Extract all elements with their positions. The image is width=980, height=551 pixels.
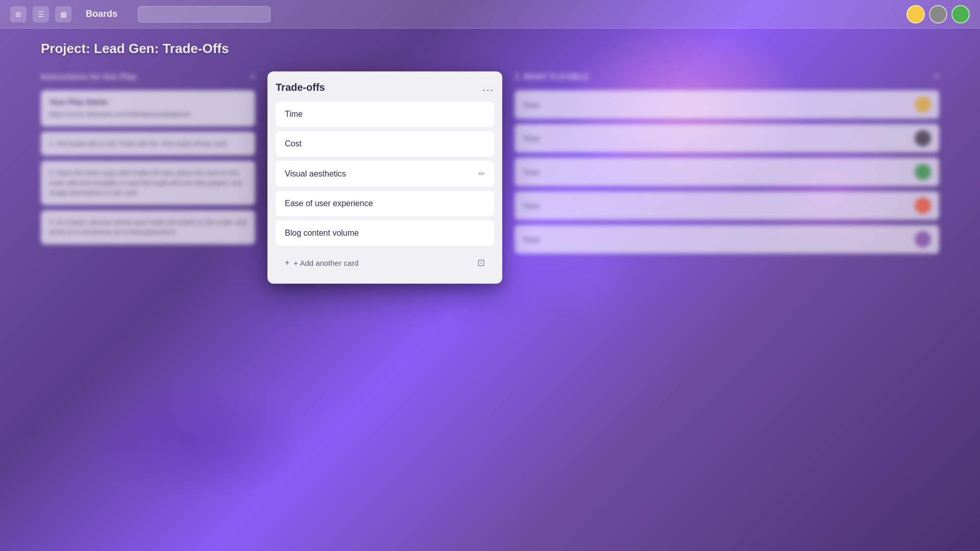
tradeoff-card-visual-aesthetics-label: Visual aesthetics bbox=[285, 169, 346, 179]
right-avatar-1 bbox=[915, 96, 931, 113]
right-card-4: Time bbox=[514, 191, 939, 220]
right-card-4-text: Time bbox=[523, 202, 540, 210]
instruction-card-4-body: 3. As a team, discuss where each trade-o… bbox=[49, 217, 247, 237]
app-title: Boards bbox=[86, 9, 117, 19]
column-right-menu-icon: ≡ bbox=[934, 71, 939, 82]
tradeoff-card-cost[interactable]: Cost bbox=[276, 131, 494, 157]
column-instructions-menu-icon: ≡ bbox=[250, 71, 255, 82]
tradeoffs-panel-title: Trade-offs bbox=[276, 82, 325, 93]
avatar-3[interactable] bbox=[951, 5, 970, 23]
column-right-title: 1. WHAT FLEXIBLE bbox=[514, 72, 589, 82]
column-instructions-title: Instructions for this Play bbox=[41, 72, 137, 82]
search-input[interactable] bbox=[138, 6, 271, 22]
right-card-5: Time bbox=[514, 225, 939, 254]
right-card-2: Time bbox=[514, 124, 939, 153]
add-card-text-label: + Add another card bbox=[293, 259, 358, 267]
instruction-card-3: 2. Have the team copy each trade-off car… bbox=[41, 161, 255, 205]
tradeoff-card-ease-of-ux-label: Ease of user experience bbox=[285, 199, 373, 208]
right-avatar-4 bbox=[915, 197, 931, 214]
avatar-1[interactable] bbox=[906, 5, 925, 23]
topbar-right bbox=[906, 5, 970, 23]
tradeoffs-panel: Trade-offs ... Time Cost Visual aestheti… bbox=[267, 71, 502, 284]
column-instructions: Instructions for this Play ≡ Your Play S… bbox=[41, 71, 255, 551]
tradeoff-card-blog-content-label: Blog content volume bbox=[285, 229, 359, 238]
menu-icon[interactable]: ☰ bbox=[33, 6, 49, 22]
boards-icon[interactable]: ▦ bbox=[55, 6, 71, 22]
tradeoff-card-cost-label: Cost bbox=[285, 139, 302, 148]
board: Instructions for this Play ≡ Your Play S… bbox=[0, 71, 980, 551]
column-instructions-header: Instructions for this Play ≡ bbox=[41, 71, 255, 82]
right-card-3-text: Time bbox=[523, 168, 540, 177]
tradeoff-card-time-label: Time bbox=[285, 110, 303, 119]
column-right-header: 1. WHAT FLEXIBLE ≡ bbox=[514, 71, 939, 82]
right-avatar-5 bbox=[915, 231, 931, 247]
template-icon: ⊡ bbox=[477, 257, 485, 268]
avatar-2[interactable] bbox=[929, 5, 947, 23]
instruction-card-1: Your Play Starts https://mure.atlassian.… bbox=[41, 90, 255, 127]
right-card-3: Time bbox=[514, 158, 939, 186]
tradeoff-card-time[interactable]: Time bbox=[276, 102, 494, 127]
tradeoffs-panel-menu-button[interactable]: ... bbox=[482, 82, 494, 93]
page-title-area: Project: Lead Gen: Trade-Offs bbox=[41, 41, 229, 57]
column-tradeoffs: Trade-offs ... Time Cost Visual aestheti… bbox=[267, 71, 502, 551]
topbar-nav-icons: ⊞ ☰ ▦ Boards bbox=[10, 6, 117, 22]
instruction-card-3-body: 2. Have the team copy each trade-off car… bbox=[49, 168, 247, 198]
topbar: ⊞ ☰ ▦ Boards bbox=[0, 0, 980, 29]
right-card-2-text: Time bbox=[523, 134, 540, 143]
tradeoff-card-ease-of-ux[interactable]: Ease of user experience bbox=[276, 191, 494, 216]
add-icon: + bbox=[285, 258, 289, 267]
instruction-card-1-body: https://mure.atlassian.com/wiki/spaces/p… bbox=[49, 109, 247, 119]
edit-icon: ✏ bbox=[478, 169, 485, 179]
instruction-card-2: 1. Add trade-offs to the Trade-offs list… bbox=[41, 132, 255, 156]
page-title: Project: Lead Gen: Trade-Offs bbox=[41, 41, 229, 57]
instruction-card-1-title: Your Play Starts bbox=[49, 97, 247, 106]
tradeoffs-panel-header: Trade-offs ... bbox=[276, 80, 494, 95]
instruction-card-2-body: 1. Add trade-offs to the Trade-offs list… bbox=[49, 139, 247, 149]
instruction-card-4: 3. As a team, discuss where each trade-o… bbox=[41, 210, 255, 244]
home-icon[interactable]: ⊞ bbox=[10, 6, 27, 22]
column-right: 1. WHAT FLEXIBLE ≡ Time Time Time Time T… bbox=[514, 71, 939, 551]
add-card-label: + + Add another card bbox=[285, 258, 359, 267]
right-avatar-3 bbox=[915, 164, 931, 180]
right-card-1-text: Time bbox=[523, 101, 540, 109]
tradeoff-card-blog-content[interactable]: Blog content volume bbox=[276, 220, 494, 246]
right-avatar-2 bbox=[915, 130, 931, 146]
tradeoff-card-visual-aesthetics[interactable]: Visual aesthetics ✏ bbox=[276, 161, 494, 187]
right-card-1: Time bbox=[514, 90, 939, 119]
add-card-row[interactable]: + + Add another card ⊡ bbox=[276, 250, 494, 276]
right-card-5-text: Time bbox=[523, 235, 540, 244]
